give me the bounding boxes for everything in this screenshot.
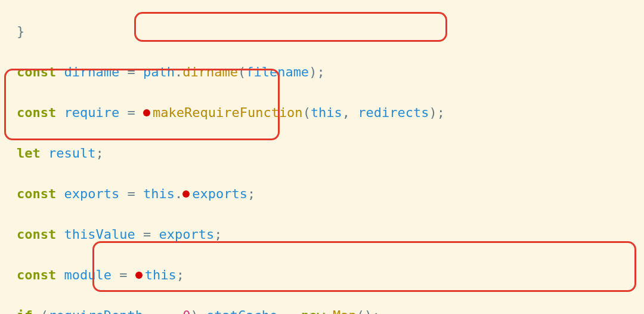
breakpoint-icon[interactable] [135,272,143,279]
code-block: } const dirname = path.dirname(filename)… [0,0,644,314]
code-line: let result; [17,143,644,164]
code-line: const thisValue = exports; [17,224,644,245]
code-line: } [17,21,644,42]
brace-close: } [17,24,24,39]
code-line: if (requireDepth === 0) statCache = new … [17,306,644,314]
code-line: const exports = this.exports; [17,184,644,204]
code-line: const module = this; [17,265,644,285]
code-line: const require = makeRequireFunction(this… [17,103,644,123]
code-line: const dirname = path.dirname(filename); [17,62,644,82]
breakpoint-icon[interactable] [143,109,150,116]
breakpoint-icon[interactable] [182,190,190,198]
